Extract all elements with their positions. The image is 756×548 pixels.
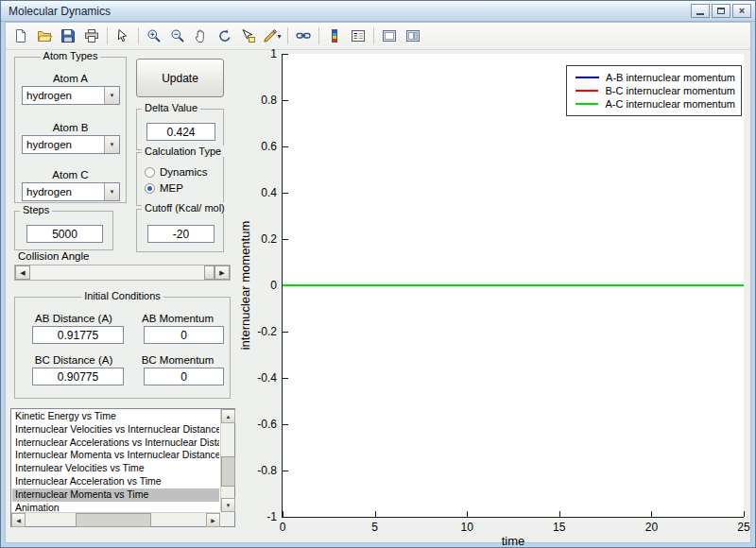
list-item[interactable]: Internuclear Accelerations vs Internucle… [12,437,219,450]
ic-label: AB Momentum [130,313,225,324]
list-item[interactable]: Internuclear Momenta vs Internuclear Dis… [12,449,219,462]
pan-hand-button[interactable] [190,26,213,46]
y-tick-mark [283,146,288,147]
edit-plot-arrow-button[interactable] [112,26,134,46]
zoom-out-button[interactable] [166,26,189,46]
y-tick-label: 0 [270,279,277,292]
dropdown-arrow-icon[interactable]: ▼ [104,87,119,104]
data-cursor-icon [241,28,256,43]
list-item[interactable]: Internulear Velocities vs Time [12,462,219,475]
x-tick-label: 25 [737,521,749,534]
y-tick-label: -0.6 [257,418,277,431]
atom-b-dropdown[interactable]: hydrogen▼ [22,135,120,154]
radio-option-dynamics[interactable]: Dynamics [145,166,207,178]
hide-plot-tools-button[interactable] [378,26,401,46]
list-item[interactable]: Kinetic Energy vs Time [12,410,219,423]
legend-line-swatch [576,77,599,78]
insert-legend-button[interactable] [347,26,369,46]
edit-plot-arrow-icon [115,28,130,43]
figure-client: ▾ Atom Types Atom Ahydrogen▼Atom Bhydrog… [5,22,751,543]
brush-dropdown-arrow-icon[interactable]: ▾ [277,32,281,41]
slider-left-arrow-icon[interactable]: ◀ [15,265,30,280]
bc-distance-a-field[interactable]: 0.90775 [32,368,124,385]
list-item[interactable]: Internuclear Momenta vs Time [12,488,219,502]
show-plot-tools-button[interactable] [402,26,424,46]
scroll-down-arrow-icon[interactable]: ▼ [221,498,235,512]
atom-a-label: Atom A [15,73,126,84]
x-tick-mark [467,511,468,517]
open-folder-button[interactable] [33,26,56,46]
plot-type-listbox: Kinetic Energy vs TimeInternuclear Veloc… [10,408,235,527]
list-item[interactable]: Internuclear Velocities vs Internuclear … [12,423,219,437]
atom-c-label: Atom C [15,169,126,180]
toolbar-separator [287,27,288,44]
atom-c-dropdown[interactable]: hydrogen▼ [22,182,120,201]
horizontal-scroll-thumb[interactable] [76,513,151,527]
dropdown-value: hydrogen [23,183,104,200]
close-icon: × [739,6,745,16]
brush-button[interactable]: ▾ [261,26,284,46]
slider-right-arrow-icon[interactable]: ▶ [215,265,230,280]
calculation-type-title: Calculation Type [142,146,224,157]
toolbar-separator [318,27,319,44]
update-button[interactable]: Update [136,59,224,97]
collision-angle-slider[interactable]: ◀ ▶ [14,265,231,281]
bc-momentum-field[interactable]: 0 [144,368,224,385]
titlebar[interactable]: Molecular Dynamics × [1,1,755,22]
insert-legend-icon [351,28,366,43]
vertical-scroll-thumb[interactable] [221,456,235,487]
x-tick-mark [744,511,745,517]
scroll-right-arrow-icon[interactable]: ▶ [206,513,220,527]
list-item[interactable]: Animation [12,502,219,511]
hide-plot-tools-icon [382,28,397,43]
save-button[interactable] [57,26,79,46]
list-item[interactable]: Internuclear Acceleration vs Time [12,475,219,488]
print-button[interactable] [80,26,103,46]
scroll-left-arrow-icon[interactable]: ◀ [11,513,26,527]
x-tick-label: 20 [645,521,658,534]
cutoff-field[interactable]: -20 [147,225,215,243]
y-tick-mark [283,424,288,425]
delta-value-title: Delta Value [142,102,200,113]
legend[interactable]: A-B internuclear momentumB-C internuclea… [566,65,742,116]
initial-conditions-panel: Initial Conditions AB Distance (A)0.9177… [14,297,231,399]
zoom-out-icon [170,28,185,43]
rotate-3d-button[interactable] [214,26,236,46]
minimize-icon [696,13,704,15]
insert-colorbar-button[interactable] [323,26,346,46]
y-tick-label: -0.4 [257,371,277,385]
new-document-button[interactable] [9,26,32,46]
delta-value-field[interactable]: 0.424 [146,123,215,141]
x-tick-label: 15 [553,521,565,534]
link-plot-button[interactable] [292,26,315,46]
steps-field[interactable]: 5000 [26,225,103,243]
slider-thumb[interactable] [204,265,215,280]
y-tick-mark [283,517,288,518]
scroll-up-arrow-icon[interactable]: ▲ [221,409,235,423]
x-tick-label: 5 [371,521,378,534]
atom-a-dropdown[interactable]: hydrogen▼ [22,86,120,105]
dropdown-arrow-icon[interactable]: ▼ [104,183,119,200]
x-tick-mark [283,511,284,517]
y-tick-mark [283,193,288,194]
print-icon [84,28,99,43]
ab-distance-a-field[interactable]: 0.91775 [32,326,124,344]
window-title: Molecular Dynamics [9,5,691,18]
data-cursor-button[interactable] [237,26,260,46]
minimize-button[interactable] [691,4,710,18]
legend-line-swatch [576,90,598,92]
radio-selected-icon [145,183,155,194]
pan-hand-icon [194,28,209,43]
vertical-scrollbar[interactable]: ▲ ▼ [220,409,234,512]
show-plot-tools-icon [405,28,421,43]
maximize-button[interactable] [712,4,730,18]
radio-option-mep[interactable]: MEP [145,182,183,194]
horizontal-scrollbar[interactable]: ◀ ▶ [11,512,220,526]
legend-label: A-B internuclear momentum [606,72,735,83]
delta-value-panel: Delta Value 0.424 [136,109,224,150]
close-button[interactable]: × [732,4,751,18]
steps-panel: Steps 5000 [14,211,113,250]
zoom-in-button[interactable] [143,26,165,46]
dropdown-arrow-icon[interactable]: ▼ [104,136,119,153]
ab-momentum-field[interactable]: 0 [144,326,224,344]
